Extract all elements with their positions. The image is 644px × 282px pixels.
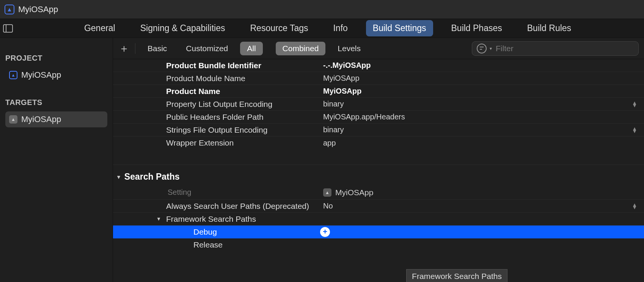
popup-arrows-icon[interactable]: ▲▼ bbox=[632, 204, 637, 209]
editor-tabs: General Signing & Capabilities Resource … bbox=[14, 20, 641, 36]
column-target-label: MyiOSApp bbox=[335, 188, 373, 197]
setting-row[interactable]: Property List Output Encoding binary ▲▼ bbox=[113, 98, 644, 111]
setting-name: Release bbox=[113, 240, 323, 249]
setting-name: Framework Search Paths bbox=[113, 215, 323, 224]
tab-signing[interactable]: Signing & Capabilities bbox=[134, 20, 232, 36]
project-item-label: MyiOSApp bbox=[21, 70, 61, 80]
tab-build-settings[interactable]: Build Settings bbox=[366, 20, 433, 36]
view-levels[interactable]: Levels bbox=[331, 42, 368, 55]
target-icon: ▲ bbox=[323, 188, 331, 197]
build-settings-filter-bar: ＋ Basic Customized All Combined Levels ▾ bbox=[113, 38, 644, 59]
chevron-down-icon[interactable]: ▼ bbox=[116, 174, 121, 180]
build-settings-list: Product Bundle Identifier -.-.MyiOSApp P… bbox=[113, 59, 644, 282]
setting-name: Product Bundle Identifier bbox=[113, 61, 323, 70]
targets-heading: TARGETS bbox=[5, 98, 107, 107]
setting-row[interactable]: Wrapper Extension app bbox=[113, 136, 644, 149]
window-title: MyiOSApp bbox=[18, 5, 58, 14]
scope-all[interactable]: All bbox=[240, 42, 262, 55]
tab-general[interactable]: General bbox=[77, 20, 122, 36]
setting-value[interactable]: app bbox=[323, 139, 644, 147]
setting-name: Property List Output Encoding bbox=[113, 100, 323, 109]
filter-menu-caret-icon[interactable]: ▾ bbox=[490, 46, 492, 51]
project-navigator: PROJECT ▲ MyiOSApp TARGETS ▲ MyiOSApp bbox=[0, 38, 113, 282]
popup-arrows-icon[interactable]: ▲▼ bbox=[632, 127, 637, 133]
target-item-label: MyiOSApp bbox=[21, 114, 61, 124]
setting-name: Wrapper Extension bbox=[113, 138, 323, 147]
title-bar: ▲ MyiOSApp bbox=[0, 0, 644, 19]
target-icon: ▲ bbox=[9, 115, 17, 124]
view-combined[interactable]: Combined bbox=[276, 42, 326, 55]
section-search-paths[interactable]: ▼ Search Paths bbox=[113, 164, 644, 185]
setting-name: Product Module Name bbox=[113, 74, 323, 83]
filter-input[interactable] bbox=[495, 44, 634, 53]
setting-row[interactable]: Product Name MyiOSApp bbox=[113, 85, 644, 98]
tab-resource-tags[interactable]: Resource Tags bbox=[243, 20, 315, 36]
setting-row-debug[interactable]: Debug + bbox=[113, 226, 644, 238]
tab-info[interactable]: Info bbox=[326, 20, 354, 36]
setting-name: Public Headers Folder Path bbox=[113, 113, 323, 122]
editor-tab-bar: General Signing & Capabilities Resource … bbox=[0, 19, 644, 38]
sidebar-project-item[interactable]: ▲ MyiOSApp bbox=[5, 67, 107, 83]
divider bbox=[135, 43, 135, 54]
column-setting: Setting bbox=[113, 188, 323, 197]
setting-name: Always Search User Paths (Deprecated) bbox=[113, 202, 323, 211]
setting-row[interactable]: Always Search User Paths (Deprecated) No… bbox=[113, 200, 644, 213]
setting-name: Strings File Output Encoding bbox=[113, 125, 323, 135]
app-icon: ▲ bbox=[5, 5, 14, 14]
setting-row-release[interactable]: Release bbox=[113, 238, 644, 251]
chevron-down-icon[interactable]: ▼ bbox=[156, 216, 161, 222]
setting-value[interactable]: binary bbox=[323, 100, 644, 108]
setting-value[interactable]: -.-.MyiOSApp bbox=[323, 61, 644, 70]
setting-row-framework-search-paths[interactable]: ▼ Framework Search Paths bbox=[113, 213, 644, 226]
setting-value[interactable]: No bbox=[323, 202, 644, 210]
popup-arrows-icon[interactable]: ▲▼ bbox=[632, 102, 637, 107]
setting-row[interactable]: Product Module Name MyiOSApp bbox=[113, 72, 644, 85]
setting-row[interactable]: Product Bundle Identifier -.-.MyiOSApp bbox=[113, 59, 644, 72]
tooltip: Framework Search Paths bbox=[406, 269, 507, 282]
setting-value[interactable]: MyiOSApp bbox=[323, 87, 644, 96]
setting-row[interactable]: Public Headers Folder Path MyiOSApp.app/… bbox=[113, 111, 644, 124]
setting-name: Product Name bbox=[113, 87, 323, 96]
setting-row[interactable]: Strings File Output Encoding binary ▲▼ bbox=[113, 124, 644, 136]
section-title: Search Paths bbox=[124, 172, 180, 182]
project-heading: PROJECT bbox=[5, 54, 107, 63]
project-icon: ▲ bbox=[9, 71, 17, 79]
setting-value[interactable]: MyiOSApp.app/Headers bbox=[323, 113, 644, 121]
add-build-setting-button[interactable]: ＋ bbox=[118, 43, 130, 54]
tab-build-phases[interactable]: Build Phases bbox=[445, 20, 509, 36]
scope-customized[interactable]: Customized bbox=[179, 42, 235, 55]
filter-icon bbox=[477, 44, 487, 53]
setting-value[interactable]: binary bbox=[323, 125, 644, 134]
setting-value[interactable]: MyiOSApp bbox=[323, 74, 644, 83]
tab-build-rules[interactable]: Build Rules bbox=[520, 20, 578, 36]
add-value-icon[interactable]: + bbox=[320, 227, 330, 237]
scope-basic[interactable]: Basic bbox=[141, 42, 174, 55]
setting-name: Debug bbox=[113, 227, 323, 237]
sidebar-toggle-icon[interactable] bbox=[3, 24, 13, 33]
filter-field[interactable]: ▾ bbox=[472, 41, 639, 56]
column-target: ▲ MyiOSApp bbox=[323, 188, 644, 197]
column-headers: Setting ▲ MyiOSApp bbox=[113, 185, 644, 200]
setting-value[interactable]: + bbox=[323, 227, 644, 237]
sidebar-target-item[interactable]: ▲ MyiOSApp bbox=[5, 111, 107, 127]
